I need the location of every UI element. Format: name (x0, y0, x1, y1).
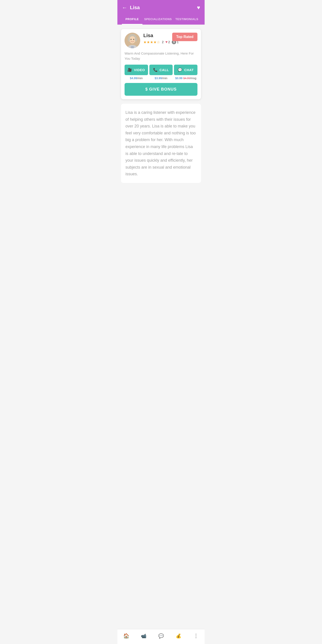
video-price: $4.99 (130, 76, 137, 80)
rating-count: 2 (162, 40, 164, 44)
back-button[interactable]: ← (122, 4, 127, 11)
call-icon: 📞 (153, 68, 158, 72)
call-unit: /min (162, 76, 168, 80)
home-icon: 🏠 (123, 633, 129, 639)
nav-money[interactable]: 💰 (170, 632, 187, 640)
call-button[interactable]: 📞 CALL (149, 64, 173, 75)
bottom-nav: 🏠 📹 💬 💰 ⋮ (118, 629, 204, 644)
back-icon: ← (122, 4, 127, 11)
page-title: Lisa (127, 5, 197, 10)
give-bonus-label: $ GIVE BONUS (145, 87, 177, 92)
video-price-cell: $4.99/min (124, 76, 148, 80)
nav-video-icon: 📹 (141, 633, 146, 639)
tagline: Warm And Compassionate Listening, Here F… (124, 51, 198, 61)
svg-rect-8 (131, 46, 134, 48)
svg-point-2 (129, 36, 136, 44)
heart-badge: ♥ 2 (166, 40, 170, 44)
video-label: VIDEO (134, 68, 145, 72)
chat-button[interactable]: 💬 CHAT (174, 64, 198, 75)
video-unit: /min (137, 76, 143, 80)
favorite-button[interactable]: ♥ (197, 4, 200, 11)
bio-section: Lisa is a caring listener with experienc… (121, 104, 201, 183)
favorite-icon: ♥ (197, 4, 200, 10)
video-button[interactable]: 🎥 VIDEO (124, 64, 148, 75)
avatar (124, 33, 140, 48)
tab-profile[interactable]: PROFILE (122, 14, 142, 24)
tabs-bar: PROFILE SPECIALIZATIONS TESTIMONIALS (122, 14, 200, 24)
chat-price-cell: $0.99 $4.99/msg (174, 76, 198, 80)
nav-chat-icon: 💬 (158, 633, 164, 639)
card-top: Lisa ★★★★☆ 2 ♥ 2 $ 1 Top Rated (124, 33, 198, 48)
video-icon: 🎥 (128, 68, 132, 72)
chat-label: CHAT (184, 68, 194, 72)
chat-icon: 💬 (178, 68, 182, 72)
tab-testimonials[interactable]: TESTIMONIALS (174, 14, 200, 24)
give-bonus-button[interactable]: $ GIVE BONUS (124, 83, 198, 96)
call-label: CALL (160, 68, 169, 72)
svg-point-3 (128, 37, 130, 42)
heart-icon: ♥ (166, 40, 168, 44)
svg-point-4 (135, 37, 137, 42)
svg-point-6 (133, 39, 134, 40)
nav-chat[interactable]: 💬 (152, 632, 170, 640)
action-buttons: 🎥 VIDEO 📞 CALL 💬 CHAT (124, 64, 198, 75)
call-price-cell: $3.99/min (149, 76, 173, 80)
chat-price: $0.99 (175, 76, 182, 80)
svg-point-5 (130, 39, 132, 40)
star-rating: ★★★★☆ (143, 40, 160, 44)
nav-video[interactable]: 📹 (135, 632, 152, 640)
header-top: ← Lisa ♥ (122, 4, 200, 14)
call-price: $3.99 (154, 76, 162, 80)
profile-card: Lisa ★★★★☆ 2 ♥ 2 $ 1 Top Rated Warm And … (121, 29, 201, 99)
nav-money-icon: 💰 (176, 633, 181, 639)
nav-more[interactable]: ⋮ (187, 632, 204, 640)
bio-text: Lisa is a caring listener with experienc… (126, 109, 196, 178)
chat-price-original: $4.99 (183, 77, 190, 80)
tab-specializations[interactable]: SPECIALIZATIONS (142, 14, 174, 24)
top-rated-badge: Top Rated (172, 33, 198, 41)
header: ← Lisa ♥ PROFILE SPECIALIZATIONS TESTIMO… (118, 0, 204, 24)
chat-unit: /msg (190, 76, 196, 80)
hearts-count: 2 (168, 40, 170, 44)
price-row: $4.99/min $3.99/min $0.99 $4.99/msg (124, 76, 198, 80)
nav-home[interactable]: 🏠 (118, 632, 135, 640)
nav-more-icon: ⋮ (193, 633, 198, 639)
